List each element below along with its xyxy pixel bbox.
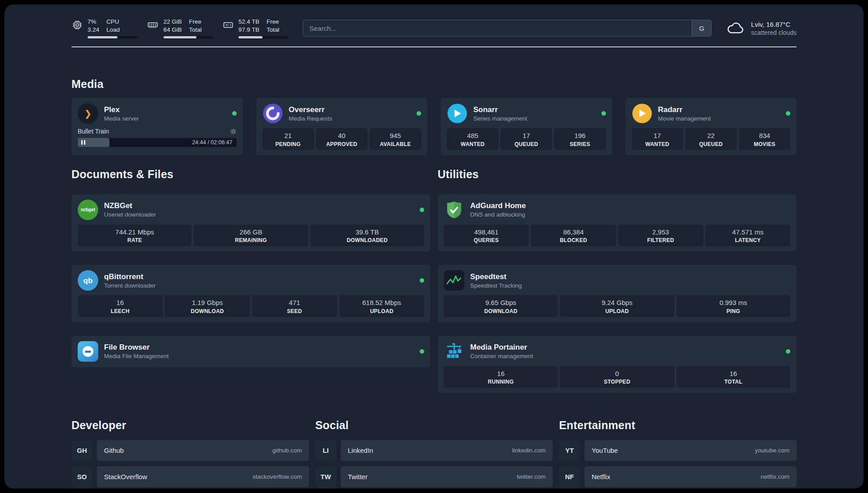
- section-title-utilities: Utilities: [438, 168, 797, 181]
- bookmark-stackoverflow[interactable]: SO StackOverflow stackoverflow.com: [71, 466, 309, 487]
- disk-widget: 52.4 TB 97.9 TB Free Total: [222, 18, 288, 38]
- service-card-plex[interactable]: ❯ Plex Media server Bullet Train: [71, 98, 243, 155]
- bookmark-url: netflix.com: [760, 473, 789, 480]
- stat-remaining: 266 GB REMAINING: [194, 225, 308, 246]
- section-title-social: Social: [315, 419, 553, 432]
- memory-free-label: Free: [189, 18, 202, 26]
- cpu-percent: 7%: [88, 18, 99, 26]
- stat-total: 16 TOTAL: [676, 366, 790, 388]
- documents-column: Documents & Files nzbget NZBGet Usenet d…: [71, 155, 430, 393]
- service-card-sonarr[interactable]: Sonarr Series management 485 WANTED 17 Q…: [441, 98, 612, 155]
- stat-leech: 16 LEECH: [78, 295, 163, 317]
- cpu-icon: [71, 19, 83, 31]
- radarr-icon: [632, 103, 652, 124]
- cpu-load-label: Load: [106, 26, 120, 34]
- bookmark-url: stackoverflow.com: [253, 473, 302, 480]
- stat-running: 16 RUNNING: [444, 366, 558, 388]
- service-card-nzbget[interactable]: nzbget NZBGet Usenet downloader 744.21 M…: [71, 194, 430, 252]
- bookmark-name: LinkedIn: [348, 447, 373, 454]
- media-cards: ❯ Plex Media server Bullet Train: [71, 98, 797, 155]
- dashboard-panel: 7% 3.24 CPU Load: [4, 4, 864, 489]
- service-subtitle: Speedtest Tracking: [470, 282, 522, 290]
- sonarr-icon: [447, 103, 467, 124]
- cloud-icon: [726, 21, 746, 36]
- pause-icon[interactable]: [81, 140, 85, 145]
- stat-pending: 21 PENDING: [263, 128, 314, 150]
- service-card-filebrowser[interactable]: File Browser Media File Management: [71, 336, 430, 367]
- status-dot: [420, 278, 424, 283]
- bookmark-youtube[interactable]: YT YouTube youtube.com: [559, 440, 797, 461]
- stat-queued: 17 QUEUED: [501, 128, 552, 150]
- weather-widget[interactable]: Lviv, 16.87°C scattered clouds: [726, 21, 797, 36]
- bookmark-group-entertainment: Entertainment YT YouTube youtube.com NF …: [559, 419, 797, 489]
- service-subtitle: Media Requests: [289, 115, 333, 123]
- plex-icon: ❯: [78, 103, 98, 124]
- playback-progress-bar[interactable]: 24:44 / 02:06:47: [78, 138, 237, 147]
- stat-ping: 0.993 ms PING: [676, 295, 790, 317]
- service-name: qBittorrent: [104, 272, 156, 281]
- bookmark-linkedin[interactable]: LI LinkedIn linkedin.com: [315, 440, 553, 461]
- topbar: 7% 3.24 CPU Load: [71, 18, 797, 38]
- topbar-divider: [71, 46, 797, 47]
- filebrowser-icon: [78, 341, 98, 362]
- status-dot: [417, 111, 421, 116]
- system-metrics: 7% 3.24 CPU Load: [71, 18, 288, 38]
- bookmark-abbr: LI: [315, 440, 336, 461]
- service-subtitle: Movie management: [658, 115, 711, 123]
- service-name: NZBGet: [104, 201, 156, 210]
- status-dot: [232, 111, 237, 116]
- service-name: Media Portainer: [470, 343, 533, 352]
- stat-approved: 40 APPROVED: [316, 128, 367, 150]
- memory-widget: 22 GiB 64 GiB Free Total: [146, 18, 213, 38]
- bookmark-name: YouTube: [592, 447, 618, 454]
- weather-condition: scattered clouds: [751, 29, 797, 36]
- stat-available: 945 AVAILABLE: [370, 128, 421, 150]
- service-name: AdGuard Home: [470, 201, 526, 210]
- bookmark-github[interactable]: GH Github github.com: [71, 440, 309, 461]
- bookmark-url: linkedin.com: [512, 447, 546, 454]
- disk-total-label: Total: [267, 26, 280, 34]
- disk-usage-fill: [238, 36, 263, 38]
- speedtest-icon: [444, 270, 464, 291]
- bookmark-name: Github: [104, 447, 124, 454]
- service-card-adguard[interactable]: AdGuard Home DNS and adblocking 498,461 …: [438, 194, 797, 252]
- bookmark-group-developer: Developer GH Github github.com SO StackO…: [71, 419, 309, 489]
- stat-queries: 498,461 QUERIES: [444, 225, 529, 246]
- playback-time: 24:44 / 02:06:47: [192, 138, 232, 147]
- stat-seed: 471 SEED: [252, 295, 337, 317]
- search-bar: G: [303, 20, 712, 37]
- status-dot: [601, 111, 606, 116]
- bookmark-name: StackOverflow: [104, 473, 147, 480]
- search-input[interactable]: [303, 20, 692, 36]
- disk-free-label: Free: [267, 18, 280, 26]
- service-card-radarr[interactable]: Radarr Movie management 17 WANTED 22 QUE…: [626, 98, 797, 155]
- search-provider-button[interactable]: G: [692, 20, 711, 36]
- stat-rate: 744.21 Mbps RATE: [78, 225, 192, 246]
- service-name: Speedtest: [470, 272, 522, 281]
- service-card-speedtest[interactable]: Speedtest Speedtest Tracking 9.65 Gbps D…: [438, 265, 797, 322]
- bookmark-abbr: TW: [315, 466, 336, 487]
- section-title-media: Media: [71, 78, 797, 91]
- disk-total-value: 97.9 TB: [238, 26, 259, 34]
- service-card-portainer[interactable]: Media Portainer Container management 16 …: [438, 336, 797, 393]
- stat-queued: 22 QUEUED: [685, 128, 737, 150]
- stat-wanted: 485 WANTED: [447, 128, 498, 150]
- service-card-overseerr[interactable]: Overseerr Media Requests 21 PENDING 40 A…: [256, 98, 428, 155]
- stat-wanted: 17 WANTED: [632, 128, 683, 150]
- service-name: Sonarr: [473, 105, 527, 114]
- stat-download: 1.19 Gbps DOWNLOAD: [165, 295, 250, 317]
- bookmark-abbr: NF: [559, 466, 580, 487]
- service-card-qbittorrent[interactable]: qb qBittorrent Torrent downloader 16 LEE…: [71, 265, 430, 322]
- cpu-label: CPU: [106, 18, 120, 26]
- section-title-developer: Developer: [71, 419, 309, 432]
- status-dot: [786, 349, 790, 354]
- bookmark-netflix[interactable]: NF Netflix netflix.com: [559, 466, 797, 487]
- memory-total-value: 64 GiB: [163, 26, 182, 34]
- service-subtitle: Media File Management: [104, 352, 169, 360]
- bookmark-abbr: GH: [71, 440, 92, 461]
- status-dot: [786, 111, 790, 116]
- cpu-widget: 7% 3.24 CPU Load: [71, 18, 138, 38]
- gear-icon[interactable]: [230, 128, 237, 135]
- bookmark-url: github.com: [272, 447, 302, 454]
- bookmark-twitter[interactable]: TW Twitter twitter.com: [315, 466, 553, 487]
